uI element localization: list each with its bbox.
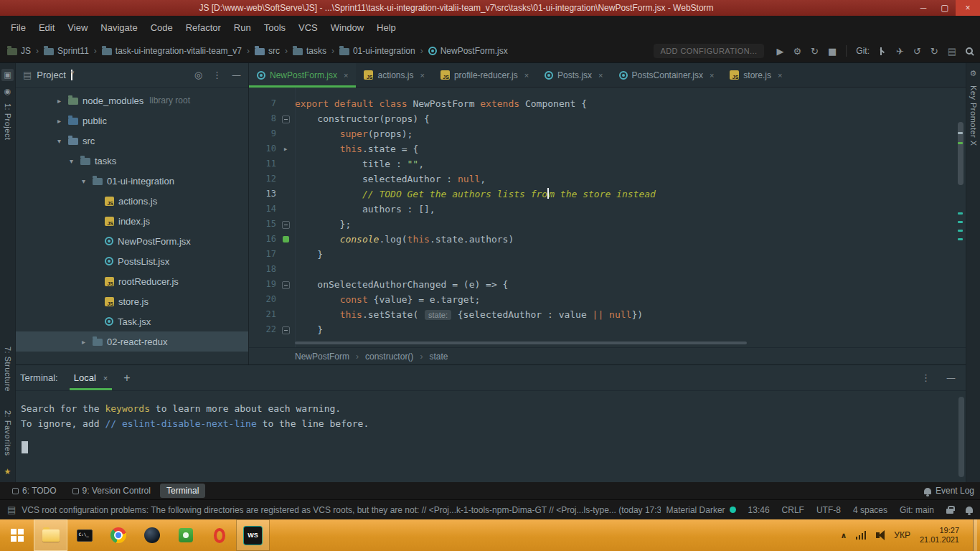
close-tab-icon[interactable]: ×: [524, 71, 529, 80]
run-icon[interactable]: ▶: [776, 47, 783, 56]
terminal-hide-icon[interactable]: —: [946, 373, 956, 382]
editor-tab[interactable]: NewPostForm.jsx×: [249, 63, 356, 87]
breadcrumb-item[interactable]: NewPostForm.jsx: [428, 46, 508, 56]
git-push-icon[interactable]: ✈: [896, 47, 904, 56]
language-indicator[interactable]: УКР: [894, 530, 910, 540]
breadcrumb-item[interactable]: task-ui-integration-vitalii-team_v7: [102, 46, 242, 56]
tree-item[interactable]: NewPostForm.jsx: [16, 231, 248, 251]
locate-file-icon[interactable]: ◎: [194, 70, 202, 80]
close-tab-icon[interactable]: ×: [778, 71, 782, 80]
tree-item[interactable]: index.js: [16, 211, 248, 231]
status-material-darker[interactable]: Material Darker: [666, 505, 736, 515]
editor-tab[interactable]: PostsContainer.jsx×: [611, 63, 722, 87]
menu-edit[interactable]: Edit: [32, 19, 61, 36]
project-dropdown[interactable]: Project: [37, 70, 65, 80]
code-editor[interactable]: 7export default class NewPostForm extend…: [249, 88, 966, 347]
taskbar-explorer-button[interactable]: [34, 519, 67, 551]
menu-refactor[interactable]: Refactor: [179, 19, 227, 36]
breadcrumb-item[interactable]: 01-ui-integration: [339, 46, 415, 56]
taskbar-start-button[interactable]: [0, 519, 34, 551]
taskbar-chrome-button[interactable]: [101, 519, 135, 551]
more-options-icon[interactable]: ⋮: [212, 70, 222, 80]
code-line[interactable]: 22 }: [249, 322, 966, 337]
tree-chevron-icon[interactable]: ▸: [57, 117, 68, 125]
tree-chevron-icon[interactable]: ▸: [82, 338, 93, 346]
status-utf-8[interactable]: UTF-8: [816, 505, 841, 515]
minimize-button[interactable]: ─: [913, 0, 934, 16]
code-line[interactable]: 13 // TODO Get the authors lists from th…: [249, 187, 966, 202]
code-line[interactable]: 15 };: [249, 217, 966, 232]
stripe-project-button[interactable]: 1: Project: [4, 103, 12, 140]
tree-chevron-icon[interactable]: ▾: [82, 177, 93, 185]
tree-item[interactable]: store.js: [16, 291, 248, 311]
code-line[interactable]: 18: [249, 262, 966, 277]
taskbar-opera-button[interactable]: [202, 519, 236, 551]
stop-icon[interactable]: ■: [828, 47, 837, 56]
code-line[interactable]: 16 console.log(this.state.authors): [249, 232, 966, 247]
toolwindow-button-terminal[interactable]: Terminal: [160, 484, 205, 498]
editor-tab[interactable]: profile-reducer.js×: [433, 63, 537, 87]
code-line[interactable]: 11 title : "",: [249, 156, 966, 171]
tree-item[interactable]: rootReducer.js: [16, 271, 248, 291]
terminal-output[interactable]: Search for the keywords to learn more ab…: [16, 391, 966, 453]
editor-tab[interactable]: store.js×: [722, 63, 790, 87]
stripe-structure-button[interactable]: 7: Structure: [4, 347, 12, 392]
status-git-main[interactable]: Git: main: [900, 505, 934, 515]
menu-code[interactable]: Code: [144, 19, 179, 36]
tree-item[interactable]: ▸node_moduleslibrary root: [16, 90, 248, 110]
taskbar-dark-app-button[interactable]: [135, 519, 169, 551]
tree-item[interactable]: ▸02-react-redux: [16, 331, 248, 352]
tree-item[interactable]: ▸public: [16, 110, 248, 131]
editor-tab[interactable]: actions.js×: [356, 63, 432, 87]
editor-horizontal-scrollbar[interactable]: [295, 342, 747, 344]
menu-help[interactable]: Help: [370, 19, 402, 36]
add-configuration-button[interactable]: ADD CONFIGURATION...: [654, 44, 765, 58]
tree-chevron-icon[interactable]: ▸: [57, 97, 68, 105]
stripe-key-promoter-button[interactable]: Key Promoter X: [969, 85, 978, 146]
tree-item[interactable]: ▾src: [16, 131, 248, 151]
tree-item[interactable]: ▾tasks: [16, 151, 248, 171]
tree-item[interactable]: PostsList.jsx: [16, 251, 248, 271]
breadcrumb-item[interactable]: tasks: [293, 46, 326, 56]
editor-breadcrumb-item[interactable]: constructor(): [365, 352, 413, 362]
show-desktop-button[interactable]: [973, 519, 977, 551]
close-tab-icon[interactable]: ×: [710, 71, 714, 80]
commit-tool-icon[interactable]: ◉: [4, 87, 11, 96]
tree-item[interactable]: actions.js: [16, 191, 248, 211]
new-terminal-button[interactable]: +: [123, 372, 130, 385]
rerun-icon[interactable]: ↻: [811, 47, 819, 56]
volume-icon[interactable]: [876, 532, 880, 538]
code-line[interactable]: 8 constructor(props) {: [249, 111, 966, 126]
close-tab-icon[interactable]: ×: [598, 71, 603, 80]
terminal-scrollbar[interactable]: [958, 397, 964, 477]
terminal-tab-local[interactable]: Local ×: [70, 365, 113, 390]
layout-icon[interactable]: ▤: [948, 47, 956, 56]
tree-item[interactable]: ▾01-ui-integration: [16, 171, 248, 191]
menu-view[interactable]: View: [61, 19, 94, 36]
tray-expand-icon[interactable]: ∧: [840, 531, 847, 540]
editor-tab[interactable]: Posts.jsx×: [537, 63, 611, 87]
menu-window[interactable]: Window: [324, 19, 370, 36]
maximize-button[interactable]: ▢: [934, 0, 956, 16]
project-tool-icon[interactable]: ▣: [1, 69, 13, 81]
code-line[interactable]: 9 super(props);: [249, 126, 966, 141]
tree-item[interactable]: Task.jsx: [16, 311, 248, 331]
status-13-46[interactable]: 13:46: [748, 505, 770, 515]
gear-icon[interactable]: ⚙: [970, 69, 977, 78]
profiler-icon[interactable]: ⚙: [793, 47, 801, 56]
tree-chevron-icon[interactable]: ▾: [70, 157, 80, 165]
toolwindow-button-9-version-control[interactable]: 9: Version Control: [66, 484, 157, 498]
hide-panel-icon[interactable]: —: [232, 70, 241, 80]
menu-navigate[interactable]: Navigate: [94, 19, 143, 36]
code-line[interactable]: 10 this.state = {: [249, 141, 966, 156]
notifications-icon[interactable]: [966, 507, 973, 513]
tree-chevron-icon[interactable]: ▾: [57, 137, 68, 145]
status-crlf[interactable]: CRLF: [782, 505, 804, 515]
status-message[interactable]: VCS root configuration problems: The fol…: [22, 505, 660, 515]
close-tab-icon[interactable]: ×: [344, 71, 348, 80]
git-update-icon[interactable]: ↻: [930, 47, 938, 56]
taskbar-webstorm-button[interactable]: WS: [236, 519, 270, 551]
breadcrumb-item[interactable]: Sprint11: [44, 46, 89, 56]
menu-vcs[interactable]: VCS: [292, 19, 324, 36]
menu-tools[interactable]: Tools: [258, 19, 292, 36]
